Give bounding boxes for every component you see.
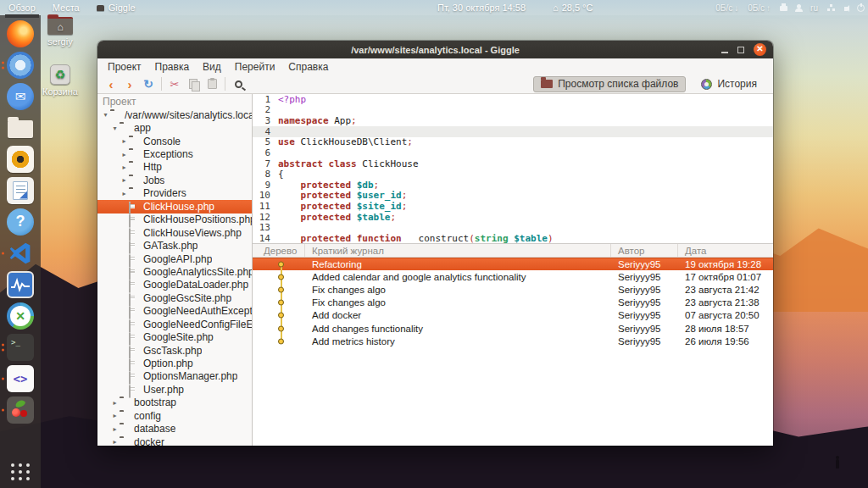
tree-row-ClickHousePositions.php[interactable]: ClickHousePositions.php bbox=[97, 214, 252, 226]
tree-row-GoogleSite.php[interactable]: GoogleSite.php bbox=[97, 330, 252, 343]
tree-row-GoogleGscSite.php[interactable]: GoogleGscSite.php bbox=[97, 291, 252, 304]
tree-row-GoogleAPI.php[interactable]: GoogleAPI.php bbox=[97, 252, 252, 265]
column-header-tree[interactable]: Дерево bbox=[253, 244, 305, 257]
app-menu[interactable]: Giggle bbox=[88, 0, 144, 15]
file-list-view-toggle[interactable]: Просмотр списка файлов bbox=[533, 76, 686, 92]
code-line-7[interactable]: 7abstract class ClickHouse bbox=[253, 158, 773, 169]
menu-2[interactable]: Вид bbox=[196, 58, 228, 75]
tree-row-GoogleNeedConfigFileExce...[interactable]: GoogleNeedConfigFileExce... bbox=[97, 318, 252, 330]
copy-button[interactable] bbox=[184, 75, 203, 92]
code-view[interactable]: 1<?php23namespace App;45use ClickHouseDB… bbox=[253, 94, 773, 244]
commit-row-1[interactable]: Added calendar and google analytics func… bbox=[253, 270, 773, 283]
tree-row-GoogleNeedAuthException...[interactable]: GoogleNeedAuthException... bbox=[97, 305, 252, 318]
tree-row-config[interactable]: ▸config bbox=[97, 409, 252, 422]
menu-0[interactable]: Проект bbox=[101, 58, 148, 75]
dock-item-rhythmbox[interactable] bbox=[0, 143, 41, 175]
commit-row-5[interactable]: Add changes functionalitySeriyyy9528 июл… bbox=[253, 322, 773, 335]
dock-item-firefox[interactable] bbox=[0, 18, 41, 49]
commit-row-3[interactable]: Fix changes algoSeriyyy9523 августа 21:3… bbox=[253, 297, 773, 309]
dock-item-files[interactable] bbox=[0, 112, 41, 143]
tree-row-GoogleAnalyticsSite.php[interactable]: GoogleAnalyticsSite.php bbox=[97, 265, 252, 278]
titlebar[interactable]: /var/www/sites/analytics.local - Giggle … bbox=[97, 41, 773, 58]
activities-button[interactable]: Обзор bbox=[0, 0, 44, 15]
tree-row--var-www-sites-analytics.local[interactable]: ▾/var/www/sites/analytics.local bbox=[97, 108, 252, 121]
commit-row-2[interactable]: Fix changes algoSeriyyy9523 августа 21:4… bbox=[253, 283, 773, 296]
show-applications-button[interactable] bbox=[11, 463, 31, 480]
paste-button[interactable] bbox=[203, 75, 221, 92]
minimize-button[interactable] bbox=[721, 52, 728, 53]
code-line-5[interactable]: 5use ClickHouseDB\Client; bbox=[253, 137, 773, 148]
code-line-1[interactable]: 1<?php bbox=[253, 94, 773, 105]
tree-row-Console[interactable]: ▸Console bbox=[97, 135, 252, 147]
forward-button[interactable]: › bbox=[120, 75, 139, 92]
code-line-12[interactable]: 12 protected $table; bbox=[253, 212, 773, 223]
column-header-summary[interactable]: Краткий журнал bbox=[305, 244, 611, 257]
expander-icon[interactable]: ▾ bbox=[110, 125, 120, 132]
tree-row-database[interactable]: ▸database bbox=[97, 423, 252, 435]
system-tray[interactable]: 0Б/с↓ 0Б/с↑ ru bbox=[715, 0, 865, 15]
tree-row-docker[interactable]: ▸docker bbox=[97, 435, 252, 446]
expander-icon[interactable]: ▾ bbox=[101, 111, 110, 119]
refresh-button[interactable]: ↻ bbox=[139, 75, 158, 92]
menu-4[interactable]: Справка bbox=[281, 58, 335, 75]
menu-1[interactable]: Правка bbox=[148, 58, 197, 75]
tree-row-GscTask.php[interactable]: GscTask.php bbox=[97, 344, 252, 357]
dock-item-libreoffice-writer[interactable] bbox=[0, 175, 41, 206]
expander-icon[interactable]: ▸ bbox=[110, 438, 120, 446]
column-header-author[interactable]: Автор bbox=[611, 244, 678, 257]
dock-item-thunderbird[interactable]: ✉ bbox=[0, 80, 41, 112]
tree-row-ClickHouseViews.php[interactable]: ClickHouseViews.php bbox=[97, 226, 252, 239]
places-menu[interactable]: Места bbox=[44, 0, 88, 15]
expander-icon[interactable]: ▸ bbox=[120, 176, 129, 184]
expander-icon[interactable]: ▸ bbox=[110, 399, 120, 407]
commit-row-0[interactable]: RefactoringSeriyyy9519 октября 19:28 bbox=[253, 258, 773, 270]
dock-item-code-editor[interactable]: <> bbox=[0, 363, 41, 394]
keyboard-layout-indicator[interactable]: ru bbox=[810, 3, 818, 13]
code-line-3[interactable]: 3namespace App; bbox=[253, 115, 773, 126]
tree-row-ClickHouse.php[interactable]: ClickHouse.php bbox=[97, 200, 252, 213]
tree-row-Jobs[interactable]: ▸Jobs bbox=[97, 174, 252, 186]
search-button[interactable] bbox=[229, 75, 248, 92]
code-line-10[interactable]: 10 protected $user_id; bbox=[253, 191, 773, 202]
commit-row-6[interactable]: Add metrics historySeriyyy9526 июля 19:5… bbox=[253, 335, 773, 347]
code-line-8[interactable]: 8{ bbox=[253, 169, 773, 180]
expander-icon[interactable]: ▸ bbox=[110, 425, 120, 433]
back-button[interactable]: ‹ bbox=[102, 75, 120, 92]
maximize-button[interactable] bbox=[737, 47, 744, 53]
tree-row-Exceptions[interactable]: ▸Exceptions bbox=[97, 147, 252, 160]
expander-icon[interactable]: ▸ bbox=[120, 190, 129, 197]
code-line-13[interactable]: 13 bbox=[253, 223, 773, 234]
code-line-2[interactable]: 2 bbox=[253, 105, 773, 116]
tree-row-GoogleDataLoader.php[interactable]: GoogleDataLoader.php bbox=[97, 279, 252, 291]
tree-row-Option.php[interactable]: Option.php bbox=[97, 357, 252, 369]
dock-item-x2go[interactable] bbox=[0, 300, 41, 331]
code-line-14[interactable]: 14 protected function __construct(string… bbox=[253, 233, 773, 244]
expander-icon[interactable]: ▸ bbox=[120, 164, 129, 171]
code-line-4[interactable]: 4 bbox=[253, 126, 773, 137]
dock-item-vscode[interactable] bbox=[0, 237, 41, 269]
dock-item-terminal[interactable]: >_ bbox=[0, 331, 41, 363]
weather-applet[interactable]: ⌂ 28,5 °C bbox=[553, 0, 593, 15]
tree-row-Providers[interactable]: ▸Providers bbox=[97, 187, 252, 200]
column-header-date[interactable]: Дата bbox=[678, 244, 773, 257]
tree-row-bootstrap[interactable]: ▸bootstrap bbox=[97, 396, 252, 409]
close-button[interactable]: ✕ bbox=[754, 43, 766, 56]
code-line-9[interactable]: 9 protected $db; bbox=[253, 180, 773, 191]
clock[interactable]: Пт, 30 октября 14:58 bbox=[437, 0, 526, 15]
history-view-toggle[interactable]: История bbox=[694, 76, 764, 92]
dock-item-cherrytree[interactable] bbox=[0, 394, 41, 425]
dock-item-chromium[interactable] bbox=[0, 49, 41, 80]
desktop-icon-home[interactable]: ⌂ sergiy bbox=[36, 17, 84, 47]
desktop-icon-trash[interactable]: ♻ Корзина bbox=[36, 64, 84, 97]
code-line-11[interactable]: 11 protected $site_id; bbox=[253, 201, 773, 212]
tree-row-Http[interactable]: ▸Http bbox=[97, 161, 252, 174]
dock-item-system-monitor[interactable] bbox=[0, 269, 41, 300]
tree-row-app[interactable]: ▾app bbox=[97, 121, 252, 134]
tree-row-GATask.php[interactable]: GATask.php bbox=[97, 239, 252, 252]
commit-row-4[interactable]: Add dockerSeriyyy9507 августа 20:50 bbox=[253, 309, 773, 322]
menu-3[interactable]: Перейти bbox=[228, 58, 282, 75]
code-line-6[interactable]: 6 bbox=[253, 147, 773, 158]
expander-icon[interactable]: ▸ bbox=[120, 137, 129, 145]
cut-button[interactable]: ✂ bbox=[165, 75, 184, 92]
tree-row-OptionsManager.php[interactable]: OptionsManager.php bbox=[97, 370, 252, 383]
